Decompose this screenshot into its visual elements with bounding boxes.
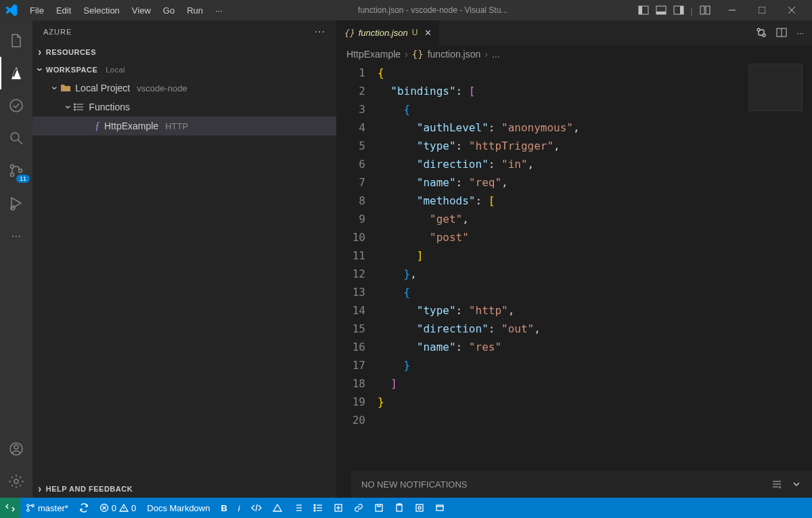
breadcrumbs[interactable]: HttpExample › {} function.json › ...	[337, 45, 812, 64]
problems-indicator[interactable]: 0 0	[94, 498, 141, 518]
preview-icon[interactable]	[409, 498, 430, 518]
window-maximize-icon[interactable]	[747, 0, 777, 20]
vscode-logo-icon	[5, 4, 18, 16]
docs-markdown[interactable]: Docs Markdown	[141, 498, 215, 518]
notifications-panel[interactable]: NO NEW NOTIFICATIONS	[351, 471, 812, 498]
activity-run-debug-icon[interactable]	[0, 187, 32, 219]
tree-function-item[interactable]: ƒ HttpExample HTTP	[32, 116, 336, 135]
sidebar-more-icon[interactable]: ···	[315, 26, 325, 38]
bold-button[interactable]: B	[215, 498, 232, 518]
bullet-list-icon[interactable]	[308, 498, 328, 518]
code-editor[interactable]: 1234567891011121314151617181920 { "bindi…	[337, 64, 812, 498]
editor-tab[interactable]: {} function.json U ✕	[337, 20, 439, 45]
activity-scm-icon[interactable]: 11	[0, 154, 32, 187]
svg-point-16	[11, 173, 14, 177]
svg-point-48	[314, 507, 315, 509]
activity-more-icon[interactable]: ···	[0, 219, 32, 252]
warning-count: 0	[131, 503, 136, 513]
menu-go[interactable]: Go	[158, 3, 180, 18]
sync-icon[interactable]	[74, 498, 94, 518]
breadcrumb-item[interactable]: HttpExample	[346, 49, 401, 60]
sidebar-title: AZURE	[43, 28, 72, 36]
window-icon[interactable]	[430, 498, 450, 518]
tree-local-project[interactable]: Local Project vscode-node	[32, 79, 336, 98]
tab-name: function.json	[359, 28, 408, 38]
json-icon: {}	[344, 28, 355, 38]
breadcrumb-item[interactable]: function.json	[428, 49, 481, 60]
clipboard-icon[interactable]	[389, 498, 409, 518]
remote-indicator[interactable]	[0, 498, 20, 518]
svg-point-20	[14, 445, 18, 449]
svg-point-17	[19, 169, 22, 173]
tree-functions[interactable]: Functions	[32, 98, 336, 116]
alert-icon[interactable]	[267, 498, 288, 518]
menu-selection[interactable]: Selection	[78, 3, 125, 18]
line-number-gutter: 1234567891011121314151617181920	[337, 64, 378, 498]
svg-point-27	[74, 109, 76, 110]
link-icon[interactable]	[348, 498, 369, 518]
help-label: HELP AND FEEDBACK	[46, 485, 133, 493]
menu-view[interactable]: View	[127, 3, 156, 18]
menu-file[interactable]: File	[24, 3, 49, 18]
svg-rect-7	[706, 6, 710, 14]
window-title: function.json - vscode-node - Visual Stu…	[228, 5, 638, 15]
function-name: HttpExample	[104, 121, 158, 131]
function-icon: ƒ	[95, 120, 100, 132]
svg-point-25	[74, 104, 76, 105]
menu-more[interactable]: ···	[210, 3, 228, 18]
svg-rect-9	[759, 7, 765, 14]
breadcrumb-tail[interactable]: ...	[492, 49, 500, 60]
activity-search-icon[interactable]	[0, 122, 32, 154]
activity-account-icon[interactable]	[0, 433, 32, 465]
tab-close-icon[interactable]: ✕	[424, 28, 432, 38]
notifications-text: NO NEW NOTIFICATIONS	[361, 479, 467, 490]
workspace-tag: Local	[106, 66, 125, 74]
error-count: 0	[112, 503, 116, 513]
svg-line-14	[18, 140, 22, 144]
svg-point-49	[314, 510, 315, 511]
split-editor-icon[interactable]	[776, 27, 787, 38]
window-close-icon[interactable]	[777, 0, 807, 20]
chevron-down-icon	[53, 82, 56, 94]
section-resources[interactable]: RESOURCES	[32, 43, 336, 61]
svg-point-37	[27, 504, 30, 507]
section-help[interactable]: HELP AND FEEDBACK	[32, 480, 336, 498]
layout-controls[interactable]: |	[638, 5, 710, 16]
svg-point-26	[74, 106, 76, 108]
project-suffix: vscode-node	[137, 83, 187, 93]
activity-tests-icon[interactable]	[0, 89, 32, 122]
activity-azure-icon[interactable]	[0, 57, 32, 89]
compare-changes-icon[interactable]	[756, 27, 767, 38]
functions-label: Functions	[89, 102, 130, 112]
new-file-icon[interactable]	[328, 498, 348, 518]
section-workspace[interactable]: WORKSPACE Local	[32, 61, 336, 79]
svg-point-13	[11, 133, 19, 141]
chevron-right-icon	[38, 483, 42, 495]
editor-more-icon[interactable]: ···	[796, 28, 804, 38]
chevron-down-icon	[66, 101, 70, 113]
svg-rect-59	[416, 504, 423, 511]
code-content[interactable]: { "bindings": [ { "authLevel": "anonymou…	[378, 64, 812, 498]
menu-edit[interactable]: Edit	[51, 3, 76, 18]
function-tag: HTTP	[165, 121, 188, 131]
chevron-down-icon[interactable]	[792, 479, 801, 490]
activity-settings-icon[interactable]	[0, 465, 32, 498]
branch-name: master*	[38, 503, 68, 513]
numbered-list-icon[interactable]	[288, 498, 308, 518]
svg-rect-1	[639, 6, 642, 14]
list-icon	[74, 102, 85, 112]
window-minimize-icon[interactable]	[717, 0, 747, 20]
clear-all-icon[interactable]	[771, 479, 782, 490]
menu-run[interactable]: Run	[181, 3, 208, 18]
save-icon[interactable]	[369, 498, 389, 518]
italic-button[interactable]: i	[233, 498, 246, 518]
project-label: Local Project	[75, 83, 130, 93]
svg-rect-5	[680, 6, 683, 14]
branch-indicator[interactable]: master*	[20, 498, 74, 518]
svg-rect-56	[376, 504, 382, 511]
svg-point-47	[314, 504, 315, 506]
activity-explorer-icon[interactable]	[0, 24, 32, 57]
code-tag-icon[interactable]	[246, 498, 267, 518]
svg-point-21	[14, 479, 18, 483]
minimap[interactable]	[748, 64, 803, 111]
